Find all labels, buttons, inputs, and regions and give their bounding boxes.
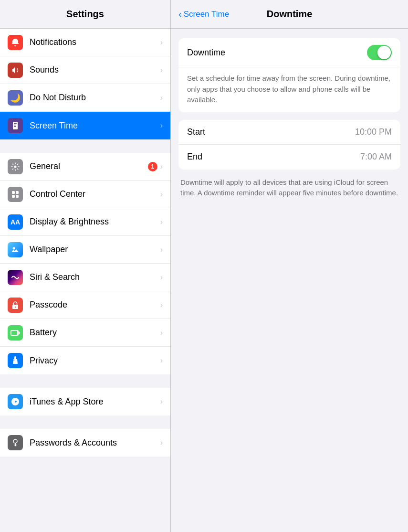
chevron-right-icon: ›: [160, 273, 163, 282]
svg-rect-2: [14, 125, 16, 126]
svg-rect-5: [12, 191, 15, 194]
general-icon: [8, 159, 23, 174]
sidebar-item-do-not-disturb[interactable]: 🌙 Do Not Disturb ›: [0, 84, 170, 112]
chevron-right-icon: ›: [160, 66, 163, 74]
back-button[interactable]: ‹ Screen Time: [178, 10, 229, 19]
control-center-icon: [8, 187, 23, 202]
downtime-description-2: Downtime will apply to all devices that …: [178, 177, 400, 199]
control-center-label: Control Center: [30, 189, 160, 199]
svg-rect-14: [11, 331, 17, 335]
general-badge: 1: [148, 162, 157, 171]
wallpaper-icon: [8, 242, 23, 257]
downtime-description-1: Set a schedule for time away from the sc…: [178, 67, 400, 112]
svg-rect-13: [19, 331, 20, 334]
end-label: End: [187, 152, 360, 162]
sidebar-item-itunes[interactable]: iTunes & App Store ›: [0, 388, 170, 415]
sidebar-item-notifications[interactable]: Notifications ›: [0, 29, 170, 56]
header-left: Settings: [0, 0, 171, 28]
passcode-label: Passcode: [30, 300, 160, 310]
sidebar-item-passcode[interactable]: Passcode ›: [0, 291, 170, 319]
downtime-toggle[interactable]: [367, 45, 392, 60]
chevron-right-icon: ›: [160, 301, 163, 309]
header-right: ‹ Screen Time Downtime: [171, 0, 408, 28]
svg-rect-6: [16, 191, 19, 194]
sidebar-item-privacy[interactable]: Privacy ›: [0, 347, 170, 374]
wallpaper-label: Wallpaper: [30, 245, 160, 255]
do-not-disturb-icon: 🌙: [8, 90, 23, 106]
chevron-right-icon: ›: [160, 38, 163, 47]
privacy-label: Privacy: [30, 356, 160, 366]
screen-time-icon: [8, 118, 23, 133]
sidebar-item-screen-time[interactable]: Screen Time ›: [0, 112, 170, 139]
downtime-end-row[interactable]: End 7:00 AM: [178, 145, 400, 170]
battery-label: Battery: [30, 328, 160, 338]
privacy-icon: [8, 353, 23, 368]
sidebar-group-2: General 1 › Control Center ›: [0, 153, 170, 374]
back-chevron-icon: ‹: [178, 9, 182, 19]
chevron-right-icon: ›: [160, 190, 163, 199]
svg-rect-1: [14, 123, 17, 124]
svg-rect-18: [14, 445, 17, 446]
sidebar-group-4: Passwords & Accounts ›: [0, 429, 170, 457]
chevron-right-icon: ›: [160, 94, 163, 102]
sidebar-separator-2: [0, 374, 170, 388]
svg-rect-3: [14, 126, 16, 127]
chevron-right-icon: ›: [160, 218, 163, 226]
siri-search-label: Siri & Search: [30, 272, 160, 282]
chevron-right-icon: ›: [160, 162, 163, 171]
sidebar-group-3: iTunes & App Store ›: [0, 388, 170, 415]
svg-point-16: [13, 439, 17, 443]
svg-rect-7: [12, 195, 15, 198]
sidebar-item-general[interactable]: General 1 ›: [0, 153, 170, 181]
svg-rect-15: [14, 359, 15, 361]
screen-time-label: Screen Time: [30, 121, 160, 131]
downtime-schedule-card: Start 10:00 PM End 7:00 AM: [178, 120, 400, 170]
sidebar-item-battery[interactable]: Battery ›: [0, 319, 170, 347]
sidebar-item-passwords[interactable]: Passwords & Accounts ›: [0, 429, 170, 457]
svg-point-9: [13, 247, 15, 249]
display-brightness-icon: AA: [8, 214, 23, 230]
main-content: Notifications › Sounds › 🌙 Do Not Distur…: [0, 29, 408, 532]
sidebar-group-1: Notifications › Sounds › 🌙 Do Not Distur…: [0, 29, 170, 139]
general-label: General: [30, 161, 148, 171]
svg-rect-0: [13, 122, 18, 129]
chevron-right-icon: ›: [160, 121, 163, 130]
itunes-icon: [8, 394, 23, 409]
sidebar: Notifications › Sounds › 🌙 Do Not Distur…: [0, 29, 171, 532]
sounds-icon: [8, 63, 23, 78]
battery-icon: [8, 325, 23, 340]
sidebar-item-wallpaper[interactable]: Wallpaper ›: [0, 236, 170, 264]
start-label: Start: [187, 127, 355, 137]
sidebar-separator-1: [0, 139, 170, 153]
downtime-card-1: Downtime Set a schedule for time away fr…: [178, 38, 400, 112]
sidebar-separator-3: [0, 415, 170, 429]
chevron-right-icon: ›: [160, 397, 163, 406]
svg-rect-8: [16, 195, 19, 198]
downtime-start-row[interactable]: Start 10:00 PM: [178, 120, 400, 145]
chevron-right-icon: ›: [160, 356, 163, 365]
display-brightness-label: Display & Brightness: [30, 217, 160, 227]
itunes-label: iTunes & App Store: [30, 397, 160, 407]
back-label: Screen Time: [184, 10, 229, 19]
header-bar: Settings ‹ Screen Time Downtime: [0, 0, 408, 29]
sidebar-item-control-center[interactable]: Control Center ›: [0, 181, 170, 208]
sidebar-item-sounds[interactable]: Sounds ›: [0, 56, 170, 84]
downtime-label: Downtime: [187, 48, 367, 58]
sounds-label: Sounds: [30, 65, 160, 75]
chevron-right-icon: ›: [160, 245, 163, 254]
siri-icon: [8, 270, 23, 285]
settings-title: Settings: [66, 9, 104, 20]
right-panel: Downtime Set a schedule for time away fr…: [171, 29, 408, 532]
chevron-right-icon: ›: [160, 329, 163, 337]
passcode-icon: [8, 298, 23, 313]
downtime-toggle-row[interactable]: Downtime: [178, 38, 400, 67]
sidebar-item-siri-search[interactable]: Siri & Search ›: [0, 264, 170, 291]
notifications-label: Notifications: [30, 37, 160, 47]
sidebar-item-display-brightness[interactable]: AA Display & Brightness ›: [0, 208, 170, 236]
notifications-icon: [8, 35, 23, 50]
passwords-label: Passwords & Accounts: [30, 438, 160, 448]
end-value: 7:00 AM: [360, 152, 392, 162]
page-title: Downtime: [267, 9, 313, 20]
svg-point-11: [15, 306, 16, 307]
svg-point-4: [14, 165, 17, 168]
